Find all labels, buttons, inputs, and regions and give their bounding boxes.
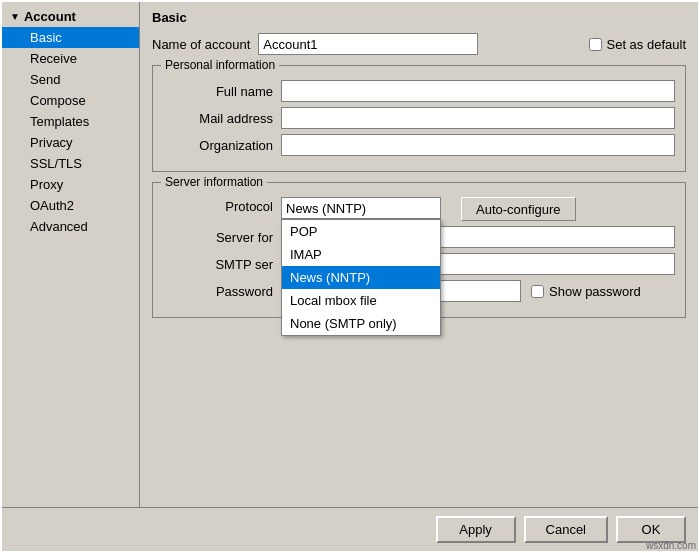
sidebar-item-basic[interactable]: Basic	[2, 27, 139, 48]
sidebar: ▼ Account Basic Receive Send Compose Tem…	[2, 2, 140, 507]
set-as-default-checkbox[interactable]	[589, 38, 602, 51]
protocol-option-imap[interactable]: IMAP	[282, 243, 440, 266]
mail-address-label: Mail address	[163, 111, 273, 126]
account-name-row: Name of account Set as default	[152, 33, 686, 55]
arrow-icon: ▼	[10, 11, 20, 22]
server-info-section: Server information Protocol News (NNTP) …	[152, 182, 686, 318]
sidebar-item-advanced[interactable]: Advanced	[2, 216, 139, 237]
protocol-option-mbox[interactable]: Local mbox file	[282, 289, 440, 312]
sidebar-item-compose[interactable]: Compose	[2, 90, 139, 111]
sidebar-item-receive[interactable]: Receive	[2, 48, 139, 69]
organization-label: Organization	[163, 138, 273, 153]
personal-info-legend: Personal information	[161, 58, 279, 72]
ok-button[interactable]: OK	[616, 516, 686, 543]
sidebar-item-proxy[interactable]: Proxy	[2, 174, 139, 195]
main-content: Basic Name of account Set as default Per…	[140, 2, 698, 507]
protocol-option-nntp[interactable]: News (NNTP)	[282, 266, 440, 289]
cancel-button[interactable]: Cancel	[524, 516, 608, 543]
sidebar-item-send[interactable]: Send	[2, 69, 139, 90]
sidebar-item-privacy[interactable]: Privacy	[2, 132, 139, 153]
show-password-checkbox[interactable]	[531, 285, 544, 298]
watermark: wsxdn.com	[646, 540, 696, 551]
bottom-bar: Apply Cancel OK	[2, 507, 698, 551]
organization-input[interactable]	[281, 134, 675, 156]
protocol-row: Protocol News (NNTP) POP IMAP News (NNTP…	[163, 197, 675, 221]
smtp-server-label: SMTP ser	[163, 257, 273, 272]
server-info-legend: Server information	[161, 175, 267, 189]
auto-configure-button[interactable]: Auto-configure	[461, 197, 576, 221]
show-password-label: Show password	[531, 284, 641, 299]
page-title: Basic	[152, 10, 686, 25]
sidebar-group-account[interactable]: ▼ Account	[2, 6, 139, 27]
protocol-select[interactable]: News (NNTP)	[281, 197, 441, 219]
full-name-input[interactable]	[281, 80, 675, 102]
organization-row: Organization	[163, 134, 675, 156]
account-name-label: Name of account	[152, 37, 250, 52]
protocol-option-pop[interactable]: POP	[282, 220, 440, 243]
protocol-option-smtp-only[interactable]: None (SMTP only)	[282, 312, 440, 335]
protocol-label: Protocol	[163, 197, 273, 214]
apply-button[interactable]: Apply	[436, 516, 516, 543]
set-as-default-label: Set as default	[589, 37, 687, 52]
protocol-dropdown-container: News (NNTP) POP IMAP News (NNTP) Local m…	[281, 197, 441, 219]
sidebar-item-ssltls[interactable]: SSL/TLS	[2, 153, 139, 174]
server-for-label: Server for	[163, 230, 273, 245]
password-label: Password	[163, 284, 273, 299]
full-name-row: Full name	[163, 80, 675, 102]
personal-info-section: Personal information Full name Mail addr…	[152, 65, 686, 172]
sidebar-item-templates[interactable]: Templates	[2, 111, 139, 132]
protocol-dropdown-menu: POP IMAP News (NNTP) Local mbox file Non…	[281, 219, 441, 336]
full-name-label: Full name	[163, 84, 273, 99]
mail-address-row: Mail address	[163, 107, 675, 129]
sidebar-group-label: Account	[24, 9, 76, 24]
mail-address-input[interactable]	[281, 107, 675, 129]
account-name-input[interactable]	[258, 33, 478, 55]
sidebar-item-oauth2[interactable]: OAuth2	[2, 195, 139, 216]
